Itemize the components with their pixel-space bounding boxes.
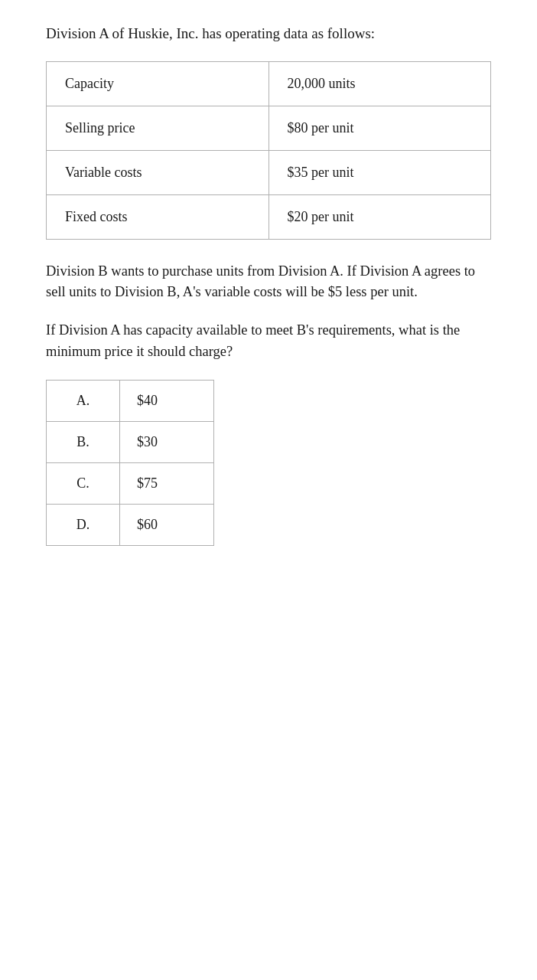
answer-row[interactable]: B.$30 (47, 421, 214, 462)
row-value: $80 per unit (268, 106, 491, 150)
answer-table: A.$40B.$30C.$75D.$60 (46, 380, 214, 546)
data-table: Capacity20,000 unitsSelling price$80 per… (46, 61, 491, 240)
row-label: Fixed costs (47, 194, 269, 239)
answer-letter: C. (47, 462, 120, 504)
row-value: $20 per unit (268, 194, 491, 239)
answer-value: $75 (120, 462, 214, 504)
row-value: 20,000 units (268, 61, 491, 106)
table-row: Fixed costs$20 per unit (47, 194, 491, 239)
answer-value: $40 (120, 380, 214, 421)
question-paragraph: If Division A has capacity available to … (46, 320, 491, 363)
body-paragraph: Division B wants to purchase units from … (46, 261, 491, 304)
table-row: Variable costs$35 per unit (47, 150, 491, 194)
row-value: $35 per unit (268, 150, 491, 194)
answer-row[interactable]: D.$60 (47, 504, 214, 545)
answer-value: $60 (120, 504, 214, 545)
answer-letter: D. (47, 504, 120, 545)
answer-letter: B. (47, 421, 120, 462)
table-row: Selling price$80 per unit (47, 106, 491, 150)
answer-row[interactable]: A.$40 (47, 380, 214, 421)
table-row: Capacity20,000 units (47, 61, 491, 106)
answer-letter: A. (47, 380, 120, 421)
row-label: Capacity (47, 61, 269, 106)
answer-value: $30 (120, 421, 214, 462)
row-label: Selling price (47, 106, 269, 150)
row-label: Variable costs (47, 150, 269, 194)
intro-text: Division A of Huskie, Inc. has operating… (46, 23, 491, 44)
answer-row[interactable]: C.$75 (47, 462, 214, 504)
